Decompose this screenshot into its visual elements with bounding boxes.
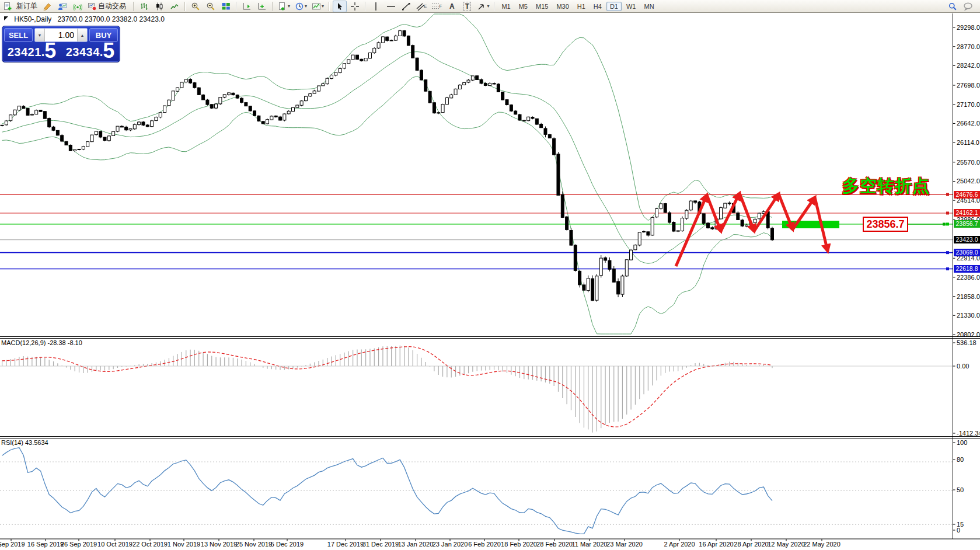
window-collapse-icon[interactable] (4, 15, 9, 23)
toolbar-separator (236, 2, 237, 11)
periods-button[interactable]: ▾ (293, 1, 309, 12)
volume-widget: ▼ ▲ (34, 28, 88, 42)
tile-windows-button[interactable] (219, 1, 233, 12)
timeframe-m30[interactable]: M30 (553, 2, 572, 11)
date-label: Sep 2019 (0, 541, 25, 548)
date-label: 31 Dec 2019 (362, 541, 399, 548)
zoom-out-icon (206, 2, 215, 11)
trendline-tool-button[interactable] (399, 1, 413, 12)
sell-price[interactable]: 23421.5 (4, 42, 60, 60)
timeframe-h4[interactable]: H4 (590, 2, 605, 11)
search-button[interactable] (946, 1, 960, 12)
line-chart-mode-button[interactable] (168, 1, 182, 12)
price-badge: 24162.1 (954, 209, 980, 217)
chat-button[interactable] (961, 1, 975, 12)
date-label: 17 Dec 2019 (327, 541, 364, 548)
buy-price[interactable]: 23434.5 (62, 42, 118, 60)
bar-chart-icon (139, 2, 149, 11)
timeframe-w1[interactable]: W1 (623, 2, 640, 11)
bar-chart-mode-button[interactable] (137, 1, 151, 12)
indicators-button[interactable]: ▾ (276, 1, 292, 12)
text-tool-icon: A (449, 2, 455, 11)
crosshair-tool-button[interactable] (348, 1, 362, 12)
clock-icon (295, 2, 304, 11)
new-order-icon (3, 2, 12, 11)
price-tick-label: 21330.0 (957, 312, 980, 319)
date-label: 13 Nov 2019 (201, 541, 237, 548)
news-button[interactable] (71, 1, 85, 12)
profile-chart-icon (58, 2, 67, 11)
search-icon (948, 2, 957, 11)
styler-button[interactable] (40, 1, 54, 12)
date-label: 23 Mar 2020 (606, 541, 643, 548)
date-label: 23 Jan 2020 (433, 541, 468, 548)
toolbar-separator (494, 2, 495, 11)
candlestick-mode-button[interactable] (152, 1, 166, 12)
zoom-in-button[interactable] (189, 1, 203, 12)
chart-shift-icon (242, 2, 252, 11)
price-level-label[interactable]: 23856.7 (863, 217, 908, 232)
rsi-axis-label: 80 (957, 456, 980, 463)
macd-axis-label: 0.00 (957, 363, 980, 370)
toolbar-separator (272, 2, 273, 11)
sell-button[interactable]: SELL (4, 28, 33, 42)
new-order-label[interactable]: 新订单 (16, 1, 37, 11)
templates-button[interactable]: ▾ (310, 1, 326, 12)
timeframe-m1[interactable]: M1 (498, 2, 514, 11)
channel-tool-button[interactable]: E (414, 1, 428, 12)
price-badge: 23423.0 (954, 236, 980, 243)
timeframe-d1[interactable]: D1 (606, 2, 622, 11)
crayon-icon (43, 2, 52, 11)
date-label: 11 Mar 2020 (572, 541, 608, 548)
timeframe-mn[interactable]: MN (640, 2, 657, 11)
candlestick-icon (155, 2, 164, 11)
main-toolbar: 新订单 (0, 0, 980, 13)
dropdown-arrow: ▾ (322, 4, 324, 9)
dropdown-arrow: ▾ (487, 4, 489, 9)
date-label: 25 Nov 2019 (236, 541, 272, 548)
date-label: 5 Dec 2019 (271, 541, 304, 548)
ohlc-values: 23700.0 23700.0 23382.0 23423.0 (57, 15, 165, 23)
toolbar-separator (133, 2, 134, 11)
turning-point-annotation[interactable]: 多空转折点 (842, 175, 930, 198)
text-tool-button[interactable]: A (445, 1, 459, 12)
price-tick-label: 26642.0 (957, 120, 980, 127)
date-label: 16 Sep 2019 (27, 541, 64, 548)
date-label: 26 Sep 2019 (61, 541, 97, 548)
new-order-button[interactable] (1, 1, 15, 12)
timeframe-m15[interactable]: M15 (532, 2, 552, 11)
price-badge: 23069.0 (954, 249, 980, 256)
zoom-out-button[interactable] (204, 1, 218, 12)
autotrade-button[interactable]: 自动交易 (86, 1, 130, 12)
one-click-trading-panel: SELL ▼ ▲ BUY 23421.5 23434.5 (2, 26, 120, 62)
line-chart-icon (170, 2, 179, 11)
date-label: 13 Jan 2020 (398, 541, 434, 548)
price-badge: 22618.8 (954, 265, 980, 273)
vline-tool-button[interactable] (369, 1, 383, 12)
volume-increase-button[interactable]: ▲ (77, 29, 87, 41)
price-tick-label: 27170.0 (957, 101, 980, 108)
fibonacci-tool-button[interactable]: F (430, 1, 444, 12)
price-badge: 24676.6 (954, 191, 980, 199)
timeframe-h1[interactable]: H1 (574, 2, 589, 11)
auto-scroll-button[interactable] (255, 1, 269, 12)
hline-tool-button[interactable] (384, 1, 398, 12)
buy-price-int: 23434 (66, 46, 100, 59)
label-tool-button[interactable]: T (460, 1, 474, 12)
cursor-tool-button[interactable] (333, 1, 347, 12)
profile-button[interactable] (55, 1, 69, 12)
template-icon (312, 2, 321, 11)
autotrade-icon (88, 2, 97, 11)
timeframe-m5[interactable]: M5 (515, 2, 531, 11)
volume-decrease-button[interactable]: ▼ (35, 29, 45, 41)
toolbar-separator (184, 2, 186, 11)
symbol-period-label: HK50-,Daily (14, 15, 51, 23)
trendline-icon (402, 2, 411, 11)
cursor-icon (335, 2, 344, 11)
price-tick-label: 22386.0 (957, 274, 980, 281)
fibonacci-icon (431, 2, 440, 11)
chat-icon (963, 2, 973, 11)
chart-shift-button[interactable] (240, 1, 254, 12)
date-label: 28 Feb 2020 (536, 541, 573, 548)
arrows-tool-button[interactable]: ▾ (475, 1, 491, 12)
